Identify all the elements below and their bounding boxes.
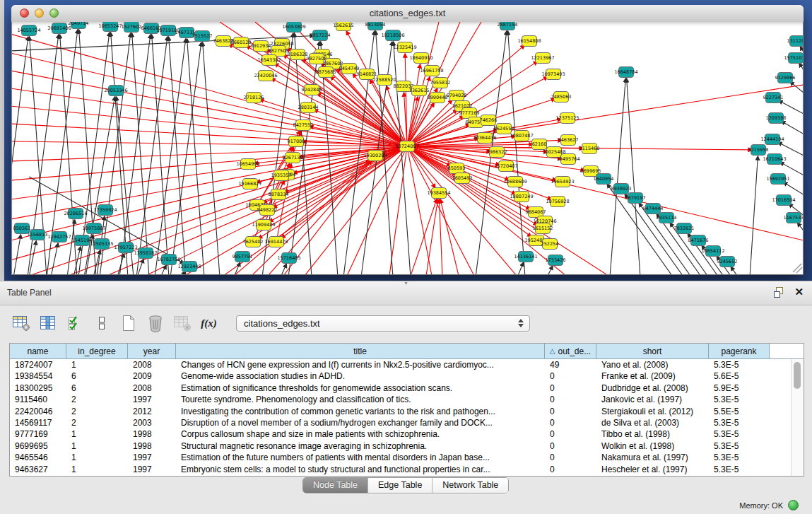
resize-grip[interactable] <box>793 264 802 273</box>
graph-node[interactable]: 252254 <box>541 239 559 250</box>
graph-node[interactable]: 15692951 <box>766 174 789 185</box>
graph-node[interactable]: 746266 <box>480 115 498 126</box>
table-cell[interactable]: Yano et al. (2008) <box>596 359 709 370</box>
graph-node[interactable]: 8471676 <box>688 235 709 246</box>
graph-node[interactable]: 9463627 <box>558 135 579 146</box>
table-cell[interactable]: 5.3E-5 <box>709 464 770 475</box>
table-cell[interactable]: Tibbo et al. (1998) <box>596 428 709 440</box>
table-cell[interactable]: 0 <box>545 440 596 452</box>
graph-node[interactable]: 5875685 <box>316 67 336 78</box>
graph-node[interactable]: 19384554 <box>427 188 450 199</box>
table-cell[interactable]: Nakamura et al. (1997) <box>596 452 709 463</box>
column-header-title[interactable]: title <box>176 344 545 359</box>
table-cell[interactable]: Jankovic et al. (1997) <box>596 394 709 405</box>
graph-node[interactable]: 10654112 <box>701 246 724 257</box>
column-header-pagerank[interactable]: pagerank <box>709 344 770 359</box>
table-cell[interactable]: Franke et al. (2009) <box>596 370 709 382</box>
table-panel-titlebar[interactable]: ▾ Table Panel ✕ <box>0 281 812 305</box>
graph-node[interactable]: 10653247 <box>98 22 122 32</box>
table-row[interactable]: 1938455462009Genome-wide association stu… <box>10 370 804 382</box>
table-cell[interactable]: Structural magnetic resonance image aver… <box>176 440 545 452</box>
table-cell[interactable]: 2 <box>66 417 128 428</box>
table-cell[interactable]: 2 <box>66 406 128 417</box>
column-selection-icon[interactable] <box>65 313 84 334</box>
table-cell[interactable]: 5.3E-5 <box>709 428 770 440</box>
graph-node[interactable]: 20206516 <box>64 209 87 219</box>
table-cell[interactable]: 9115460 <box>10 394 66 405</box>
table-cell[interactable]: Changes of HCN gene expression and I(f) … <box>176 359 545 370</box>
graph-node[interactable]: 12213967 <box>531 53 554 64</box>
graph-node[interactable]: 2049714 <box>69 22 89 29</box>
graph-node[interactable]: 10756928 <box>546 197 569 207</box>
graph-node[interactable]: 1156813 <box>28 230 48 240</box>
table-cell[interactable]: 1 <box>66 440 128 452</box>
graph-node[interactable]: 15720407 <box>494 161 517 172</box>
graph-node[interactable]: 16648784 <box>614 67 637 78</box>
tab-network-table[interactable]: Network Table <box>432 478 508 493</box>
table-cell[interactable]: 2012 <box>128 406 176 417</box>
table-cell[interactable]: 1998 <box>128 428 176 440</box>
graph-node[interactable]: 1311204 <box>787 36 803 47</box>
table-cell[interactable]: 22420046 <box>10 406 66 417</box>
graph-node[interactable]: 7986322 <box>487 147 507 158</box>
graph-node[interactable]: 9474444 <box>643 204 664 214</box>
graph-node[interactable]: 14055724 <box>17 25 40 36</box>
table-cell[interactable]: Genome-wide association studies in ADHD. <box>176 370 545 382</box>
table-mode-icon[interactable] <box>11 313 30 334</box>
table-cell[interactable]: 5.3E-5 <box>709 440 770 452</box>
float-panel-icon[interactable] <box>773 286 784 298</box>
graph-node[interactable]: 7955812 <box>430 78 451 88</box>
graph-node[interactable]: 1167533 <box>784 213 803 223</box>
graph-node[interactable]: 10688609 <box>503 177 526 187</box>
table-cell[interactable]: Estimation of the future numbers of pati… <box>176 452 545 463</box>
column-header-name[interactable]: name <box>10 344 66 359</box>
table-cell[interactable]: 0 <box>545 382 596 394</box>
graph-node[interactable]: 1527602 <box>122 22 142 33</box>
graph-node[interactable]: 19218506 <box>381 30 404 41</box>
table-cell[interactable]: 18724007 <box>10 359 66 370</box>
graph-node[interactable]: 9245652 <box>717 257 738 267</box>
graph-node[interactable]: 917006 <box>288 136 305 147</box>
table-cell[interactable]: 0 <box>545 452 596 463</box>
graph-node[interactable]: 8267130 <box>283 153 303 163</box>
graph-node[interactable]: 1545194 <box>72 235 93 246</box>
table-cell[interactable]: 0 <box>545 428 596 440</box>
table-cell[interactable]: 0 <box>545 406 596 417</box>
table-cell[interactable]: 5.3E-5 <box>709 452 770 463</box>
graph-node[interactable]: 9242848 <box>302 85 322 95</box>
function-builder-icon[interactable]: f(x) <box>199 313 218 334</box>
table-cell[interactable]: Corpus callosum shape and size in male p… <box>176 428 545 440</box>
graph-node[interactable]: 12444194 <box>760 134 784 145</box>
tab-edge-table[interactable]: Edge Table <box>367 478 432 493</box>
table-cell[interactable]: 1 <box>66 452 128 463</box>
graph-node[interactable]: 17016504 <box>772 195 795 206</box>
table-cell[interactable]: 1 <box>66 464 128 475</box>
graph-node[interactable]: 1935357 <box>271 170 292 181</box>
table-cell[interactable]: Hescheler et al. (1997) <box>596 464 709 475</box>
graph-node[interactable]: 16154808 <box>517 36 541 47</box>
table-cell[interactable]: 14569117 <box>10 417 66 428</box>
table-cell[interactable]: 9465546 <box>10 452 66 463</box>
graph-node[interactable]: 14136141 <box>514 252 537 262</box>
graph-node[interactable]: 1733426 <box>546 255 566 266</box>
tab-node-table[interactable]: Node Table <box>303 478 367 493</box>
close-panel-icon[interactable]: ✕ <box>794 286 804 298</box>
graph-node[interactable]: 12375125 <box>555 113 579 124</box>
table-cell[interactable]: 2009 <box>128 370 176 382</box>
graph-node[interactable]: 8186328 <box>288 49 308 60</box>
graph-node[interactable]: 5498222 <box>257 205 278 216</box>
delete-table-icon[interactable] <box>172 313 192 334</box>
table-row[interactable]: 911546021997Tourette syndrome. Phenomeno… <box>10 394 804 405</box>
table-cell[interactable]: 2003 <box>128 417 176 428</box>
graph-node[interactable]: 8660128 <box>231 37 252 48</box>
table-cell[interactable]: Disruption of a novel member of a sodium… <box>176 417 545 428</box>
table-cell[interactable]: de Silva et al. (2003) <box>596 417 709 428</box>
table-cell[interactable]: 6 <box>66 382 128 394</box>
row-height-icon[interactable] <box>92 313 111 334</box>
graph-node[interactable]: 8990448 <box>428 93 448 103</box>
graph-node[interactable]: 850593 <box>448 163 466 174</box>
column-header-year[interactable]: year <box>128 344 176 359</box>
graph-node[interactable]: 7485063 <box>551 92 572 103</box>
table-cell[interactable]: 0 <box>545 417 596 428</box>
graph-node[interactable]: 1362615 <box>409 86 430 96</box>
